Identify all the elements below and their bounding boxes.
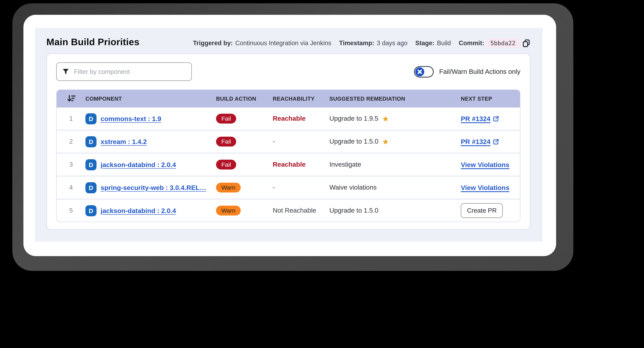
next-step-label: PR #1324: [461, 115, 490, 123]
dependency-d-icon: D: [86, 182, 96, 193]
toggle-group: Fail/Warn Build Actions only: [414, 66, 520, 77]
filter-input[interactable]: [73, 67, 186, 76]
reachability-cell: Not Reachable: [273, 207, 330, 214]
reachability-text: -: [273, 184, 275, 191]
fail-warn-toggle[interactable]: [414, 66, 434, 77]
meta-value: 3 days ago: [377, 39, 408, 47]
col-reachability: REACHABILITY: [273, 96, 330, 102]
reachability-cell: Reachable: [273, 115, 330, 122]
meta-value: Continuous Integration via Jenkins: [235, 39, 331, 47]
meta-label: Triggered by:: [193, 39, 233, 47]
dependency-d-icon: D: [86, 136, 96, 147]
reachability-text: -: [273, 138, 275, 145]
component-link[interactable]: commons-text : 1.9: [101, 115, 161, 123]
next-step-cell: View Violations: [461, 161, 520, 169]
meta-timestamp: Timestamp: 3 days ago: [339, 39, 408, 47]
table-row: 5 D jackson-databind : 2.0.4 Warn Not Re…: [57, 199, 520, 222]
copy-icon[interactable]: [522, 39, 530, 47]
component-cell: D commons-text : 1.9: [86, 113, 216, 124]
next-step-label: View Violations: [461, 184, 510, 192]
dependency-d-icon: D: [86, 205, 96, 216]
next-step-cell: PR #1324: [461, 115, 520, 123]
remediation-cell: Upgrade to 1.9.5 ★: [330, 115, 461, 123]
screen: Main Build Priorities Triggered by: Cont…: [23, 15, 556, 256]
build-action-badge: Fail: [216, 114, 236, 124]
component-link[interactable]: xstream : 1.4.2: [101, 138, 147, 145]
commit-hash-chip: 5bbda22: [487, 38, 519, 48]
meta-stage: Stage: Build: [415, 39, 451, 47]
col-remediation: SUGGESTED REMEDIATION: [330, 96, 461, 102]
row-rank: 3: [57, 161, 86, 168]
col-next-step: NEXT STEP: [461, 96, 520, 102]
row-rank: 4: [57, 184, 86, 191]
reachability-text: Not Reachable: [273, 207, 316, 214]
table-row: 1 D commons-text : 1.9 Fail Reachable Up…: [57, 107, 520, 130]
device-frame: Main Build Priorities Triggered by: Cont…: [12, 3, 574, 271]
component-link[interactable]: jackson-databind : 2.0.4: [101, 207, 176, 214]
view-violations-link[interactable]: View Violations: [461, 184, 510, 192]
build-action-cell: Fail: [216, 137, 273, 147]
build-action-badge: Fail: [216, 137, 236, 147]
reachability-cell: -: [273, 184, 330, 191]
next-step-label: View Violations: [461, 161, 510, 169]
external-link-icon: [493, 138, 499, 145]
table-row: 2 D xstream : 1.4.2 Fail - Upgrade to 1.…: [57, 130, 520, 153]
star-icon: ★: [382, 115, 389, 123]
reachability-text: Reachable: [273, 161, 306, 168]
remediation-cell: Waive violations: [330, 184, 461, 191]
meta-label: Commit:: [459, 39, 484, 47]
build-action-badge: Fail: [216, 160, 236, 170]
view-violations-link[interactable]: View Violations: [461, 161, 510, 169]
remediation-text: Upgrade to 1.5.0: [330, 207, 378, 214]
meta-label: Timestamp:: [339, 39, 374, 47]
priorities-panel: Fail/Warn Build Actions only: [46, 53, 530, 230]
row-rank: 2: [57, 138, 86, 145]
reachability-cell: -: [273, 138, 330, 145]
table-row: 4 D spring-security-web : 3.0.4.REL… War…: [57, 176, 520, 199]
report-meta: Triggered by: Continuous Integration via…: [193, 38, 530, 48]
report-header: Main Build Priorities Triggered by: Cont…: [46, 28, 530, 48]
meta-label: Stage:: [415, 39, 434, 47]
x-circle-icon: [416, 67, 424, 76]
toggle-label: Fail/Warn Build Actions only: [439, 68, 520, 75]
report-card: Main Build Priorities Triggered by: Cont…: [35, 28, 542, 242]
build-action-badge: Warn: [216, 206, 241, 216]
row-rank: 5: [57, 207, 86, 214]
meta-value: Build: [437, 39, 451, 47]
component-cell: D xstream : 1.4.2: [86, 136, 216, 147]
sort-descending-icon[interactable]: [57, 94, 86, 103]
component-cell: D jackson-databind : 2.0.4: [86, 205, 216, 216]
next-step-label: Create PR: [467, 207, 496, 214]
toggle-knob: [416, 67, 424, 76]
stage: Main Build Priorities Triggered by: Cont…: [0, 0, 644, 348]
next-step-cell: Create PR: [461, 203, 520, 218]
remediation-text: Investigate: [330, 161, 361, 168]
remediation-cell: Upgrade to 1.5.0: [330, 207, 461, 214]
table-row: 3 D jackson-databind : 2.0.4 Fail Reacha…: [57, 153, 520, 176]
priorities-table: COMPONENT BUILD ACTION REACHABILITY SUGG…: [56, 89, 520, 222]
remediation-cell: Investigate: [330, 161, 461, 168]
table-header: COMPONENT BUILD ACTION REACHABILITY SUGG…: [57, 90, 520, 108]
component-link[interactable]: spring-security-web : 3.0.4.REL…: [101, 184, 206, 192]
remediation-text: Upgrade to 1.9.5: [330, 115, 378, 122]
reachability-text: Reachable: [273, 115, 306, 122]
build-action-badge: Warn: [216, 183, 241, 192]
pr-link[interactable]: PR #1324: [461, 138, 499, 145]
meta-triggered-by: Triggered by: Continuous Integration via…: [193, 39, 331, 47]
remediation-text: Upgrade to 1.5.0: [330, 138, 378, 145]
build-action-cell: Warn: [216, 206, 273, 216]
table-body: 1 D commons-text : 1.9 Fail Reachable Up…: [57, 107, 520, 222]
toolbar: Fail/Warn Build Actions only: [56, 62, 520, 81]
filter-box: [56, 62, 192, 81]
filter-funnel-icon: [62, 68, 69, 75]
pr-link[interactable]: PR #1324: [461, 115, 499, 123]
page-title: Main Build Priorities: [46, 36, 140, 48]
component-cell: D spring-security-web : 3.0.4.REL…: [86, 182, 216, 193]
external-link-icon: [493, 116, 499, 122]
component-link[interactable]: jackson-databind : 2.0.4: [101, 161, 176, 169]
build-action-cell: Fail: [216, 114, 273, 124]
create-pr-button[interactable]: Create PR: [461, 203, 503, 218]
dependency-d-icon: D: [86, 113, 96, 124]
build-action-cell: Warn: [216, 183, 273, 192]
next-step-cell: PR #1324: [461, 138, 520, 145]
